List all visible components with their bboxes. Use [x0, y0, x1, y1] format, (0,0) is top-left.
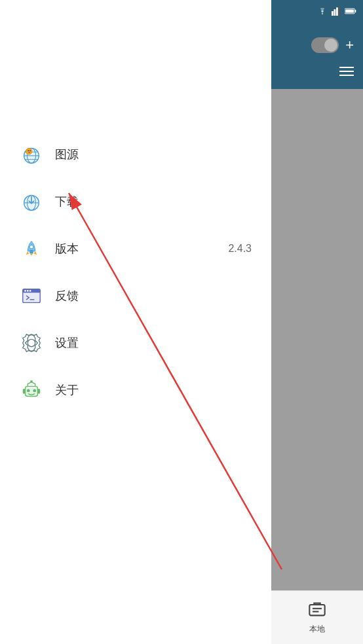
toggle-button[interactable]	[311, 37, 339, 53]
plus-icon[interactable]: +	[345, 37, 354, 54]
status-bar	[271, 0, 363, 24]
bottom-nav-label: 本地	[309, 624, 325, 635]
svg-rect-2	[336, 7, 338, 16]
bottom-nav[interactable]: 本地	[271, 590, 363, 644]
svg-rect-1	[334, 9, 336, 16]
local-icon	[308, 600, 326, 622]
menu-item-shezhi[interactable]: 设置	[0, 319, 271, 367]
fankui-icon	[20, 284, 43, 308]
banben-icon	[20, 237, 43, 260]
right-panel-body	[271, 89, 363, 644]
svg-point-25	[28, 339, 35, 346]
banben-value: 2.4.3	[228, 243, 252, 255]
svg-rect-31	[37, 389, 40, 394]
menu-item-banben[interactable]: 版本 2.4.3	[0, 225, 271, 272]
svg-point-13	[28, 150, 29, 151]
svg-point-21	[24, 290, 26, 292]
svg-point-18	[29, 245, 33, 249]
guanyu-label: 关于	[55, 382, 79, 398]
tuyuan-label: 图源	[55, 147, 79, 162]
wifi-icon	[317, 7, 328, 18]
menu-item-guanyu[interactable]: 关于	[0, 367, 271, 414]
xiazai-icon	[20, 190, 43, 213]
svg-rect-6	[345, 9, 354, 12]
svg-point-28	[33, 389, 36, 393]
header-top-row: +	[311, 37, 354, 54]
shezhi-label: 设置	[55, 335, 79, 351]
svg-rect-17	[29, 250, 33, 254]
hamburger-icon[interactable]	[339, 67, 354, 76]
svg-rect-5	[354, 10, 356, 12]
svg-point-23	[29, 290, 31, 292]
svg-rect-30	[23, 389, 26, 394]
svg-point-27	[27, 389, 30, 393]
svg-point-22	[27, 290, 29, 292]
signal-icon	[332, 7, 341, 18]
left-menu: 图源 下载 版	[0, 0, 271, 644]
svg-rect-0	[332, 11, 334, 16]
xiazai-label: 下载	[55, 194, 79, 209]
guanyu-icon	[20, 378, 43, 402]
banben-label: 版本	[55, 241, 79, 257]
menu-item-fankui[interactable]: 反馈	[0, 272, 271, 319]
menu-item-tuyuan[interactable]: 图源	[0, 131, 271, 178]
battery-icon	[345, 7, 356, 17]
tuyuan-icon	[20, 143, 43, 166]
menu-item-xiazai[interactable]: 下载	[0, 178, 271, 225]
svg-point-12	[26, 149, 32, 154]
svg-point-29	[30, 380, 33, 383]
shezhi-icon	[20, 331, 43, 355]
svg-point-14	[29, 150, 31, 151]
right-panel-header: +	[271, 24, 363, 89]
fankui-label: 反馈	[55, 288, 79, 304]
svg-rect-3	[339, 7, 341, 16]
svg-rect-7	[309, 605, 324, 615]
